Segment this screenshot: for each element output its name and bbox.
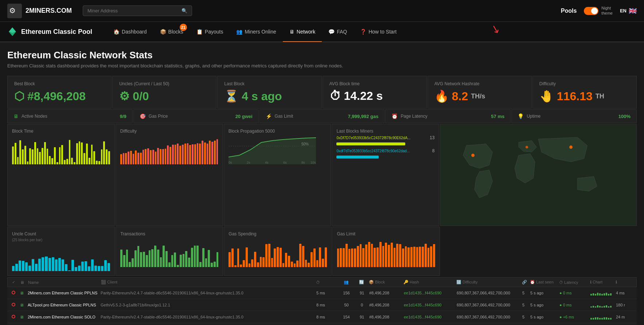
node-table-row[interactable]: 🖥 2Miners.com Ethereum Classic SOLO USA … <box>7 323 637 325</box>
chart-bar <box>391 243 393 267</box>
nav-item-miners[interactable]: 👥 Miners Online <box>230 21 282 42</box>
svg-text:8s: 8s <box>301 161 305 164</box>
language-selector[interactable]: EN 🇬🇧 <box>620 7 637 15</box>
chart-bar <box>351 248 353 267</box>
nav-item-faq[interactable]: 💬 FAQ <box>322 21 354 42</box>
chart-bar <box>202 248 204 267</box>
miner-addr-2: 0xdf7d7e053933b5cc24372f878c90e62dad... <box>336 149 429 153</box>
row-pending: 91 <box>355 291 369 295</box>
svg-rect-39 <box>601 318 603 320</box>
last-block-icon: ⏳ <box>224 89 239 103</box>
search-icon[interactable]: 🔍 <box>182 8 187 13</box>
chart-bar <box>388 245 390 267</box>
chart-bar <box>246 247 248 267</box>
chart-bar <box>189 145 191 164</box>
chart-title-gas-limit: Gas Limit <box>337 231 435 236</box>
nav-label-dashboard: Dashboard <box>122 29 147 35</box>
row-difficulty: 690,807,367,066,492,700,000 <box>457 303 522 307</box>
svg-rect-35 <box>593 318 594 320</box>
chart-bar <box>123 255 125 267</box>
chart-bar <box>204 142 206 164</box>
svg-rect-22 <box>608 294 609 296</box>
pools-button[interactable]: Pools <box>561 8 577 14</box>
row-lastseen: 5 s ago <box>530 315 559 319</box>
pool-logo: Ethereum Classic Pool <box>7 27 92 37</box>
stat-card-difficulty: Difficulty 🤚 116.13 TH <box>532 76 637 109</box>
svg-rect-25 <box>593 306 594 308</box>
chart-gas-limit: Gas Limit <box>332 227 440 276</box>
node-table-row[interactable]: 🖥 ALTpool.pro Ethereum Classic PPLNS Get… <box>7 299 637 311</box>
col-name-header: Name <box>28 280 101 285</box>
row-spark <box>590 290 616 296</box>
miners-icon: 👥 <box>236 29 242 35</box>
chart-bar <box>91 145 93 164</box>
chart-bar <box>103 141 105 164</box>
chart-bar <box>101 149 103 164</box>
col-spark-header: ℹ Chart <box>590 280 616 285</box>
col-pending-header: 🔄 <box>354 280 369 285</box>
chart-bar <box>167 145 169 164</box>
chart-subtitle-uncle-count: (25 blocks per bar) <box>12 238 110 242</box>
chart-bar <box>208 250 210 267</box>
flag-icon: 🇬🇧 <box>629 7 637 15</box>
chart-bar <box>322 259 324 267</box>
nodes-table-body: 🖥 2Miners.com Ethereum Classic PPLNS Par… <box>7 287 637 325</box>
chart-bar <box>191 248 193 267</box>
chart-bar <box>154 246 156 267</box>
row-name: ALTpool.pro Ethereum Classic PPLNS <box>28 303 101 307</box>
chart-block-time: Block Time <box>7 124 115 226</box>
chart-bar <box>42 257 44 271</box>
row-pending: 91 <box>355 315 369 319</box>
chart-bar <box>202 141 203 164</box>
chart-bar <box>394 248 396 267</box>
chart-bar <box>229 252 231 267</box>
chart-bar <box>62 259 64 271</box>
chart-bar <box>140 153 142 164</box>
row-block: #8,496,208 <box>369 303 404 307</box>
chart-bar <box>169 147 171 164</box>
stat-value-avg-block-time: ⏱ 14.22 s <box>329 89 420 103</box>
chart-bar <box>179 146 181 164</box>
row-hash: ee1d1435...f445c690 <box>404 291 457 295</box>
chart-bar <box>54 147 56 164</box>
chart-bar <box>205 258 207 267</box>
node-table-row[interactable]: 🖥 2Miners.com Ethereum Classic SOLO Pari… <box>7 311 637 323</box>
chart-bar <box>165 149 167 164</box>
chart-bar <box>211 263 213 267</box>
nav-item-blocks[interactable]: 📦 Blocks 21 <box>153 21 190 42</box>
logo: ⚙ 2MINERS.COM <box>7 4 72 18</box>
chart-bar <box>257 262 259 267</box>
nav-item-howtostart[interactable]: ❓ How to Start <box>354 21 403 42</box>
row-lastseen: 5 s ago <box>530 303 559 307</box>
nav-item-network[interactable]: 🖥 Network <box>283 21 322 42</box>
chart-bar <box>79 141 81 164</box>
chart-bar <box>199 262 202 267</box>
info-page-latency: ⏰ Page Latency 57 ms <box>385 109 511 123</box>
chart-bar <box>182 145 184 164</box>
chart-bar <box>337 248 339 267</box>
node-table-row[interactable]: 🖥 2Miners.com Ethereum Classic PPLNS Par… <box>7 287 637 299</box>
search-input[interactable] <box>87 8 182 13</box>
row-name: 2Miners.com Ethereum Classic PPLNS <box>28 291 101 295</box>
chart-bar <box>101 266 104 271</box>
chart-bar <box>68 270 71 271</box>
stat-label-hashrate: AVG Network Hashrate <box>434 81 525 86</box>
chart-bar <box>214 262 216 267</box>
svg-text:2s: 2s <box>247 161 250 164</box>
chart-bar <box>55 259 58 271</box>
chart-bar <box>209 141 211 164</box>
chart-bar <box>240 265 242 267</box>
chart-bar <box>243 260 245 267</box>
chart-bar <box>413 247 415 267</box>
nav-item-payouts[interactable]: 📋 Payouts <box>190 21 230 42</box>
chart-bar <box>157 148 159 164</box>
chart-bar <box>51 158 53 164</box>
search-bar[interactable]: 🔍 <box>83 5 192 16</box>
row-status <box>12 315 20 319</box>
chart-bar <box>251 259 253 267</box>
top-right-controls: Pools Nighttheme EN 🇬🇧 <box>561 6 637 15</box>
blocks-badge: 21 <box>180 24 187 31</box>
nav-item-dashboard[interactable]: 🏠 Dashboard <box>107 21 153 42</box>
night-theme-toggle[interactable] <box>584 7 598 15</box>
difficulty-number: 116.13 <box>557 90 593 103</box>
